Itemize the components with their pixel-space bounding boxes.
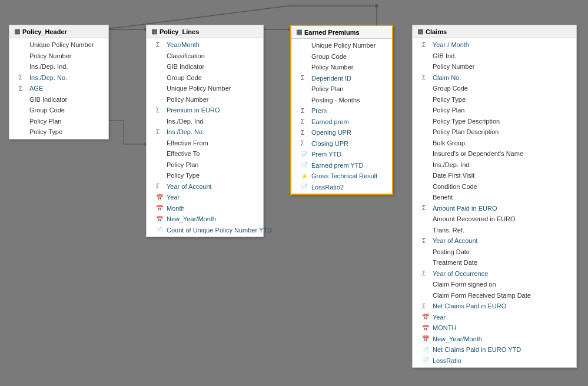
cl-field-policy-type-description[interactable]: Policy Type Description bbox=[413, 116, 576, 127]
table-header-policy-lines: ▦ Policy_Lines bbox=[147, 25, 263, 38]
table-claims: ▦ Claims ΣYear / Month GIB Ind. Policy N… bbox=[412, 25, 577, 368]
ep-field-dependent-id[interactable]: ΣDependent ID bbox=[291, 73, 392, 84]
table-body-claims: ΣYear / Month GIB Ind. Policy Number ΣCl… bbox=[413, 38, 576, 367]
table-icon-earned-premiums: ▦ bbox=[296, 28, 302, 36]
pl-field-premium-euro[interactable]: ΣPremium in EURO bbox=[147, 105, 263, 116]
table-icon-claims: ▦ bbox=[417, 28, 423, 35]
table-title-policy-header: Policy_Header bbox=[22, 28, 67, 35]
ep-field-policy-number[interactable]: Policy Number bbox=[291, 62, 392, 73]
cl-field-year-month[interactable]: ΣYear / Month bbox=[413, 39, 576, 51]
cl-field-date-first-visit[interactable]: Date First Visit bbox=[413, 170, 576, 181]
ep-field-prem[interactable]: ΣPrem bbox=[291, 105, 392, 117]
cl-field-condition-code[interactable]: Condition Code bbox=[413, 181, 576, 192]
field-gib-indicator[interactable]: GIB Indicator bbox=[9, 94, 108, 105]
canvas: 1 ▦ Policy_Header Unique Policy Number P… bbox=[0, 0, 588, 386]
ep-field-earned-prem-ytd[interactable]: 📄Earned prem YTD bbox=[291, 160, 392, 171]
pl-field-effective-to[interactable]: Effective To bbox=[147, 148, 263, 159]
field-policy-type[interactable]: Policy Type bbox=[9, 127, 108, 138]
pl-field-ins-dep-ind[interactable]: Ins./Dep. Ind. bbox=[147, 116, 263, 127]
ep-field-posting-months[interactable]: Posting - Months bbox=[291, 95, 392, 106]
pl-field-new-year-month[interactable]: 📅New_Year/Month bbox=[147, 214, 263, 225]
cl-field-policy-type[interactable]: Policy Type bbox=[413, 94, 576, 105]
cl-field-net-claims-paid[interactable]: ΣNet Claims Paid in EURO bbox=[413, 301, 576, 312]
cl-field-posting-date[interactable]: Posting Date bbox=[413, 247, 576, 258]
table-policy-lines: ▦ Policy_Lines ΣYear/Month Classificatio… bbox=[146, 25, 264, 237]
ep-field-gross-technical-result[interactable]: ⚡Gross Technical Result bbox=[291, 171, 392, 182]
table-title-claims: Claims bbox=[426, 28, 447, 35]
ep-field-earned-prem[interactable]: ΣEarned prem bbox=[291, 117, 392, 128]
pl-field-gib-indicator[interactable]: GIB Indicator bbox=[147, 61, 263, 72]
table-title-earned-premiums: Earned Premiums bbox=[304, 29, 360, 36]
ep-field-group-code[interactable]: Group Code bbox=[291, 51, 392, 62]
cl-field-claim-form-signed[interactable]: Claim Form signed on bbox=[413, 279, 576, 290]
field-ins-dep-no[interactable]: ΣIns./Dep. No. bbox=[9, 72, 108, 84]
ep-field-closing-upr[interactable]: ΣClosing UPR bbox=[291, 138, 392, 149]
cl-field-policy-plan[interactable]: Policy Plan bbox=[413, 105, 576, 116]
pl-field-year[interactable]: 📅Year bbox=[147, 192, 263, 203]
cl-field-lossratio[interactable]: 📄LossRatio bbox=[413, 355, 576, 367]
table-header-earned-premiums: ▦ Earned Premiums bbox=[291, 26, 392, 39]
cl-field-amount-paid-euro[interactable]: ΣAmount Paid in EURO bbox=[413, 203, 576, 214]
cl-field-year-of-occurrence[interactable]: ΣYear of Occurrence bbox=[413, 268, 576, 279]
cl-field-trans-ref[interactable]: Trans. Ref. bbox=[413, 225, 576, 236]
pl-field-year-month[interactable]: ΣYear/Month bbox=[147, 39, 263, 51]
cl-field-group-code[interactable]: Group Code bbox=[413, 83, 576, 94]
field-policy-number[interactable]: Policy Number bbox=[9, 51, 108, 62]
table-title-policy-lines: Policy_Lines bbox=[160, 28, 199, 35]
ep-field-unique-policy-number[interactable]: Unique Policy Number bbox=[291, 40, 392, 51]
cl-field-policy-number[interactable]: Policy Number bbox=[413, 61, 576, 72]
pl-field-count-unique[interactable]: 📄Count of Unique Policy Number YTD bbox=[147, 225, 263, 236]
table-header-claims: ▦ Claims bbox=[413, 25, 576, 38]
ep-field-lossratio2[interactable]: 📄LossRatio2 bbox=[291, 182, 392, 193]
pl-field-year-of-account[interactable]: ΣYear of Account bbox=[147, 181, 263, 192]
pl-field-classification[interactable]: Classification bbox=[147, 51, 263, 62]
pl-field-group-code[interactable]: Group Code bbox=[147, 72, 263, 84]
table-policy-header: ▦ Policy_Header Unique Policy Number Pol… bbox=[9, 25, 109, 139]
cl-field-month[interactable]: 📅MONTH bbox=[413, 322, 576, 334]
table-icon-policy-header: ▦ bbox=[14, 28, 20, 35]
cl-field-gib-ind[interactable]: GIB Ind. bbox=[413, 51, 576, 62]
pl-field-month[interactable]: 📅Month bbox=[147, 203, 263, 214]
cl-field-year-of-account[interactable]: ΣYear of Account bbox=[413, 235, 576, 247]
cl-field-insured-name[interactable]: Insured's or Dependent's Name bbox=[413, 148, 576, 159]
svg-point-5 bbox=[375, 4, 378, 8]
field-group-code[interactable]: Group Code bbox=[9, 105, 108, 116]
cl-field-claim-no[interactable]: ΣClaim No. bbox=[413, 72, 576, 84]
cl-field-new-year-month[interactable]: 📅New_Year/Month bbox=[413, 334, 576, 345]
table-body-policy-header: Unique Policy Number Policy Number Ins./… bbox=[9, 38, 108, 139]
table-earned-premiums: ▦ Earned Premiums Unique Policy Number G… bbox=[290, 25, 393, 195]
field-policy-plan[interactable]: Policy Plan bbox=[9, 116, 108, 127]
table-body-policy-lines: ΣYear/Month Classification GIB Indicator… bbox=[147, 38, 263, 237]
ep-field-policy-plan[interactable]: Policy Plan bbox=[291, 84, 392, 95]
pl-field-policy-type[interactable]: Policy Type bbox=[147, 170, 263, 181]
cl-field-ins-dep-ind[interactable]: Ins./Dep. Ind. bbox=[413, 159, 576, 171]
pl-field-policy-number[interactable]: Policy Number bbox=[147, 94, 263, 105]
field-ins-dep-ind[interactable]: Ins./Dep. Ind. bbox=[9, 61, 108, 72]
cl-field-claim-form-received[interactable]: Claim Form Received Stamp Date bbox=[413, 290, 576, 301]
table-header-policy-header: ▦ Policy_Header bbox=[9, 25, 108, 38]
table-body-earned-premiums: Unique Policy Number Group Code Policy N… bbox=[291, 39, 392, 194]
pl-field-unique-policy-number[interactable]: Unique Policy Number bbox=[147, 83, 263, 94]
field-unique-policy-number[interactable]: Unique Policy Number bbox=[9, 39, 108, 51]
pl-field-ins-dep-no[interactable]: ΣIns./Dep. No. bbox=[147, 127, 263, 138]
pl-field-policy-plan[interactable]: Policy Plan bbox=[147, 159, 263, 171]
cl-field-treatment-date[interactable]: Treatment Date bbox=[413, 257, 576, 268]
cl-field-benefit[interactable]: Benefit bbox=[413, 192, 576, 203]
field-age[interactable]: ΣAGE bbox=[9, 83, 108, 94]
table-icon-policy-lines: ▦ bbox=[151, 28, 157, 35]
ep-field-opening-upr[interactable]: ΣOpening UPR bbox=[291, 127, 392, 138]
cl-field-year[interactable]: 📅Year bbox=[413, 312, 576, 323]
cl-field-bulk-group[interactable]: Bulk Group bbox=[413, 138, 576, 149]
pl-field-effective-from[interactable]: Effective From bbox=[147, 138, 263, 149]
cl-field-policy-plan-description[interactable]: Policy Plan Description bbox=[413, 127, 576, 138]
ep-field-prem-ytd[interactable]: 📄Prem YTD bbox=[291, 149, 392, 160]
cl-field-amount-recovered-euro[interactable]: Amount Recovered in EURO bbox=[413, 214, 576, 225]
cl-field-net-claims-ytd[interactable]: 📄Net Claims Paid in EURO YTD bbox=[413, 344, 576, 355]
